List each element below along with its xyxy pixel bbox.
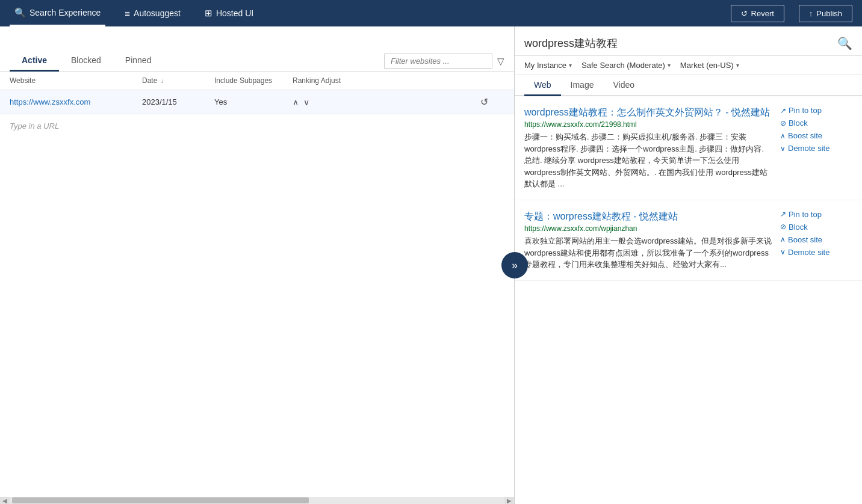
- publish-button[interactable]: ↑ Publish: [799, 5, 852, 22]
- boost-button-2[interactable]: ∧ Boost site: [780, 235, 852, 244]
- col-header-date[interactable]: Date ↓: [142, 76, 214, 85]
- result-actions-2: ↗ Pin to top ⊘ Block ∧ Boost site ∨ Demo…: [780, 210, 852, 271]
- revert-button[interactable]: ↺ Revert: [731, 5, 784, 22]
- tab-pinned[interactable]: Pinned: [113, 51, 164, 72]
- row-menu-button[interactable]: ↺: [480, 96, 488, 108]
- result-item-2: 专题：worpress建站教程 - 悦然建站 https://www.zsxxf…: [515, 200, 862, 281]
- publish-label: Publish: [816, 9, 842, 18]
- col-subpages-label: Include Subpages: [214, 76, 272, 85]
- website-link[interactable]: https://www.zsxxfx.com: [10, 97, 90, 106]
- ranking-controls: ∧ ∨: [293, 97, 480, 107]
- toggle-panels-button[interactable]: »: [501, 252, 528, 278]
- safe-search-dropdown[interactable]: Safe Search (Moderate) ▾: [581, 61, 671, 70]
- boost-button-1[interactable]: ∧ Boost site: [780, 131, 852, 140]
- boost-icon-2: ∧: [780, 235, 786, 244]
- tab-blocked[interactable]: Blocked: [59, 51, 113, 72]
- filter-area: ▽: [384, 54, 504, 71]
- pin-label-2: Pin to top: [789, 210, 822, 219]
- search-box-area: 🔍: [515, 26, 862, 56]
- result-tab-video-label: Video: [613, 80, 634, 90]
- nav-search-experience[interactable]: 🔍 Search Experience: [10, 0, 105, 26]
- pin-icon-2: ↗: [780, 210, 786, 218]
- col-date-label: Date: [142, 76, 157, 85]
- instance-dropdown[interactable]: My Instance ▾: [524, 61, 572, 70]
- table-scroll-area: https://www.zsxxfx.com 2023/1/15 Yes ∧ ∨…: [0, 90, 514, 504]
- table-header: Website Date ↓ Include Subpages Ranking …: [0, 72, 514, 90]
- search-icon: 🔍: [14, 7, 26, 18]
- cell-subpages: Yes: [214, 97, 293, 106]
- scroll-right-arrow[interactable]: ▶: [504, 497, 514, 504]
- result-content-2: 专题：worpress建站教程 - 悦然建站 https://www.zsxxf…: [524, 210, 773, 271]
- scroll-left-arrow[interactable]: ◀: [0, 497, 10, 504]
- block-button-1[interactable]: ⊘ Block: [780, 118, 852, 128]
- nav-hosted-ui-label: Hosted UI: [216, 8, 253, 18]
- toggle-icon: »: [512, 259, 518, 272]
- table-row: https://www.zsxxfx.com 2023/1/15 Yes ∧ ∨…: [0, 90, 514, 114]
- result-title-1[interactable]: wordpress建站教程：怎么制作英文外贸网站？ - 悦然建站: [524, 106, 773, 119]
- scroll-track[interactable]: [10, 497, 504, 504]
- block-icon-1: ⊘: [780, 119, 786, 128]
- revert-label: Revert: [751, 9, 774, 18]
- top-navigation: 🔍 Search Experience ≡ Autosuggest ⊞ Host…: [0, 0, 862, 26]
- url-input-row[interactable]: Type in a URL: [0, 114, 514, 138]
- instance-dropdown-arrow: ▾: [569, 62, 572, 69]
- result-tabs: Web Image Video: [515, 75, 862, 96]
- demote-icon-1: ∨: [780, 144, 786, 153]
- result-url-1: https://www.zsxxfx.com/21998.html: [524, 120, 773, 129]
- safe-search-dropdown-arrow: ▾: [668, 62, 671, 69]
- cell-date: 2023/1/15: [142, 97, 214, 106]
- result-desc-2: 喜欢独立部署网站的用主一般会选wordpress建站。但是对很多新手来说word…: [524, 235, 773, 271]
- date-value: 2023/1/15: [142, 97, 177, 106]
- block-label-2: Block: [789, 223, 808, 232]
- result-tab-image-label: Image: [571, 80, 594, 90]
- market-dropdown-arrow: ▾: [736, 62, 739, 69]
- left-tabs: Active Blocked Pinned ▽: [0, 26, 514, 72]
- pin-icon-1: ↗: [780, 106, 786, 115]
- market-label: Market (en-US): [680, 61, 734, 70]
- tab-active[interactable]: Active: [10, 51, 59, 72]
- boost-icon-1: ∧: [780, 132, 786, 140]
- rank-up-button[interactable]: ∧: [293, 97, 299, 107]
- pin-to-top-button-2[interactable]: ↗ Pin to top: [780, 210, 852, 219]
- boost-label-1: Boost site: [788, 131, 822, 140]
- demote-label-1: Demote site: [788, 144, 829, 153]
- search-button[interactable]: 🔍: [837, 36, 852, 51]
- nav-hosted-ui[interactable]: ⊞ Hosted UI: [200, 0, 258, 26]
- cell-website: https://www.zsxxfx.com: [10, 97, 142, 106]
- demote-button-2[interactable]: ∨ Demote site: [780, 248, 852, 257]
- market-dropdown[interactable]: Market (en-US) ▾: [680, 61, 739, 70]
- demote-label-2: Demote site: [788, 248, 829, 257]
- filter-row: My Instance ▾ Safe Search (Moderate) ▾ M…: [515, 56, 862, 75]
- search-magnify-icon: 🔍: [837, 37, 852, 50]
- rank-down-button[interactable]: ∨: [303, 97, 309, 107]
- revert-icon: ↺: [741, 9, 748, 18]
- result-tab-image[interactable]: Image: [561, 75, 604, 96]
- result-title-2[interactable]: 专题：worpress建站教程 - 悦然建站: [524, 210, 773, 223]
- left-panel: Active Blocked Pinned ▽ Website Date ↓: [0, 26, 515, 504]
- block-label-1: Block: [789, 118, 808, 128]
- search-input[interactable]: [524, 37, 833, 50]
- result-url-2: https://www.zsxxfx.com/wpjianzhan: [524, 224, 773, 233]
- hosted-ui-icon: ⊞: [205, 8, 212, 19]
- nav-autosuggest[interactable]: ≡ Autosuggest: [120, 0, 185, 26]
- results-area: wordpress建站教程：怎么制作英文外贸网站？ - 悦然建站 https:/…: [515, 96, 862, 504]
- scroll-thumb: [12, 497, 309, 503]
- block-button-2[interactable]: ⊘ Block: [780, 223, 852, 232]
- col-header-subpages: Include Subpages: [214, 76, 293, 85]
- main-layout: Active Blocked Pinned ▽ Website Date ↓: [0, 26, 862, 504]
- horizontal-scrollbar[interactable]: ◀ ▶: [0, 497, 514, 504]
- filter-websites-input[interactable]: [384, 54, 492, 69]
- pin-to-top-button-1[interactable]: ↗ Pin to top: [780, 106, 852, 115]
- instance-label: My Instance: [524, 61, 566, 70]
- result-actions-1: ↗ Pin to top ⊘ Block ∧ Boost site ∨ Demo…: [780, 106, 852, 190]
- sort-icon: ↓: [161, 78, 164, 84]
- demote-button-1[interactable]: ∨ Demote site: [780, 144, 852, 153]
- tab-active-label: Active: [22, 55, 47, 65]
- boost-label-2: Boost site: [788, 235, 822, 244]
- filter-icon[interactable]: ▽: [497, 56, 504, 67]
- result-tab-video[interactable]: Video: [603, 75, 644, 96]
- result-tab-web[interactable]: Web: [524, 75, 561, 96]
- publish-icon: ↑: [809, 9, 813, 18]
- demote-icon-2: ∨: [780, 248, 786, 256]
- col-website-label: Website: [10, 76, 36, 85]
